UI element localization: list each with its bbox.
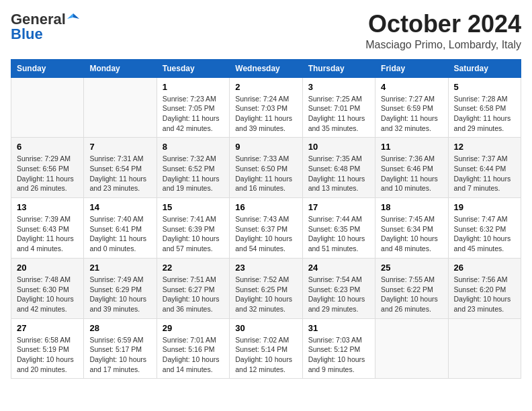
day-number: 24 [308, 263, 369, 273]
day-number: 12 [454, 142, 515, 152]
week-row-3: 13Sunrise: 7:39 AMSunset: 6:43 PMDayligh… [11, 198, 521, 259]
week-row-2: 6Sunrise: 7:29 AMSunset: 6:56 PMDaylight… [11, 138, 521, 198]
day-info: Sunrise: 7:55 AMSunset: 6:22 PMDaylight:… [381, 275, 442, 314]
day-number: 10 [308, 142, 369, 152]
day-info: Sunrise: 7:23 AMSunset: 7:05 PMDaylight:… [163, 94, 224, 134]
day-cell: 1Sunrise: 7:23 AMSunset: 7:05 PMDaylight… [157, 77, 229, 138]
day-number: 29 [163, 323, 224, 333]
day-cell: 4Sunrise: 7:27 AMSunset: 6:59 PMDaylight… [375, 77, 448, 138]
day-number: 25 [381, 263, 442, 273]
day-number: 26 [454, 263, 515, 273]
day-cell: 24Sunrise: 7:54 AMSunset: 6:23 PMDayligh… [302, 258, 375, 318]
header-tuesday: Tuesday [157, 59, 229, 77]
day-number: 13 [17, 202, 78, 212]
day-info: Sunrise: 7:54 AMSunset: 6:23 PMDaylight:… [308, 275, 369, 314]
day-info: Sunrise: 7:24 AMSunset: 7:03 PMDaylight:… [235, 94, 296, 134]
logo-bird-icon [67, 12, 79, 24]
month-title: October 2024 [365, 11, 521, 38]
day-info: Sunrise: 7:02 AMSunset: 5:14 PMDaylight:… [235, 335, 296, 375]
day-number: 22 [163, 263, 224, 273]
day-info: Sunrise: 7:01 AMSunset: 5:16 PMDaylight:… [163, 335, 224, 375]
day-number: 2 [235, 82, 296, 92]
day-info: Sunrise: 7:45 AMSunset: 6:34 PMDaylight:… [381, 214, 442, 254]
title-block: October 2024 Masciago Primo, Lombardy, I… [365, 11, 521, 51]
day-cell: 9Sunrise: 7:33 AMSunset: 6:50 PMDaylight… [230, 138, 302, 198]
day-info: Sunrise: 7:31 AMSunset: 6:54 PMDaylight:… [89, 154, 150, 193]
day-cell: 16Sunrise: 7:43 AMSunset: 6:37 PMDayligh… [230, 198, 302, 259]
week-row-5: 27Sunrise: 6:58 AMSunset: 5:19 PMDayligh… [11, 318, 521, 379]
day-cell: 17Sunrise: 7:44 AMSunset: 6:35 PMDayligh… [302, 198, 375, 259]
day-cell [375, 318, 448, 379]
day-number: 31 [308, 323, 369, 333]
day-number: 1 [163, 82, 224, 92]
day-cell: 13Sunrise: 7:39 AMSunset: 6:43 PMDayligh… [11, 198, 84, 259]
day-number: 30 [235, 323, 296, 333]
day-cell: 26Sunrise: 7:56 AMSunset: 6:20 PMDayligh… [448, 258, 521, 318]
calendar-table: SundayMondayTuesdayWednesdayThursdayFrid… [11, 59, 521, 379]
day-cell [11, 77, 84, 138]
day-number: 17 [308, 202, 369, 212]
svg-marker-0 [73, 13, 79, 19]
day-info: Sunrise: 7:39 AMSunset: 6:43 PMDaylight:… [17, 214, 78, 254]
day-number: 11 [381, 142, 442, 152]
day-info: Sunrise: 7:44 AMSunset: 6:35 PMDaylight:… [308, 214, 369, 254]
day-number: 15 [163, 202, 224, 212]
day-cell: 31Sunrise: 7:03 AMSunset: 5:12 PMDayligh… [302, 318, 375, 379]
day-cell [448, 318, 521, 379]
day-cell: 3Sunrise: 7:25 AMSunset: 7:01 PMDaylight… [302, 77, 375, 138]
day-number: 8 [163, 142, 224, 152]
day-info: Sunrise: 7:52 AMSunset: 6:25 PMDaylight:… [235, 275, 296, 314]
logo-blue: Blue [11, 26, 43, 43]
header-wednesday: Wednesday [230, 59, 302, 77]
location-title: Masciago Primo, Lombardy, Italy [365, 39, 521, 51]
day-cell: 27Sunrise: 6:58 AMSunset: 5:19 PMDayligh… [11, 318, 84, 379]
day-number: 3 [308, 82, 369, 92]
day-info: Sunrise: 7:43 AMSunset: 6:37 PMDaylight:… [235, 214, 296, 254]
day-info: Sunrise: 7:40 AMSunset: 6:41 PMDaylight:… [89, 214, 150, 254]
day-number: 6 [17, 142, 78, 152]
day-cell: 18Sunrise: 7:45 AMSunset: 6:34 PMDayligh… [375, 198, 448, 259]
day-cell: 21Sunrise: 7:49 AMSunset: 6:29 PMDayligh… [84, 258, 157, 318]
day-info: Sunrise: 6:59 AMSunset: 5:17 PMDaylight:… [89, 335, 150, 375]
svg-marker-1 [67, 13, 73, 19]
day-cell: 7Sunrise: 7:31 AMSunset: 6:54 PMDaylight… [84, 138, 157, 198]
header-sunday: Sunday [11, 59, 84, 77]
day-number: 21 [89, 263, 150, 273]
day-number: 16 [235, 202, 296, 212]
day-number: 20 [17, 263, 78, 273]
day-info: Sunrise: 7:28 AMSunset: 6:58 PMDaylight:… [454, 94, 515, 134]
day-cell [84, 77, 157, 138]
day-info: Sunrise: 7:56 AMSunset: 6:20 PMDaylight:… [454, 275, 515, 314]
day-number: 19 [454, 202, 515, 212]
logo: General Blue [11, 11, 79, 43]
day-number: 14 [89, 202, 150, 212]
day-info: Sunrise: 7:33 AMSunset: 6:50 PMDaylight:… [235, 154, 296, 193]
day-cell: 11Sunrise: 7:36 AMSunset: 6:46 PMDayligh… [375, 138, 448, 198]
day-cell: 14Sunrise: 7:40 AMSunset: 6:41 PMDayligh… [84, 198, 157, 259]
day-cell: 8Sunrise: 7:32 AMSunset: 6:52 PMDaylight… [157, 138, 229, 198]
header-saturday: Saturday [448, 59, 521, 77]
calendar-body: 1Sunrise: 7:23 AMSunset: 7:05 PMDaylight… [11, 77, 521, 379]
day-cell: 6Sunrise: 7:29 AMSunset: 6:56 PMDaylight… [11, 138, 84, 198]
day-info: Sunrise: 7:32 AMSunset: 6:52 PMDaylight:… [163, 154, 224, 193]
day-info: Sunrise: 7:51 AMSunset: 6:27 PMDaylight:… [163, 275, 224, 314]
day-cell: 12Sunrise: 7:37 AMSunset: 6:44 PMDayligh… [448, 138, 521, 198]
day-cell: 10Sunrise: 7:35 AMSunset: 6:48 PMDayligh… [302, 138, 375, 198]
day-number: 9 [235, 142, 296, 152]
day-cell: 19Sunrise: 7:47 AMSunset: 6:32 PMDayligh… [448, 198, 521, 259]
day-info: Sunrise: 7:25 AMSunset: 7:01 PMDaylight:… [308, 94, 369, 134]
day-info: Sunrise: 7:49 AMSunset: 6:29 PMDaylight:… [89, 275, 150, 314]
day-info: Sunrise: 7:48 AMSunset: 6:30 PMDaylight:… [17, 275, 78, 314]
day-number: 18 [381, 202, 442, 212]
header-friday: Friday [375, 59, 448, 77]
day-cell: 29Sunrise: 7:01 AMSunset: 5:16 PMDayligh… [157, 318, 229, 379]
day-cell: 20Sunrise: 7:48 AMSunset: 6:30 PMDayligh… [11, 258, 84, 318]
day-cell: 25Sunrise: 7:55 AMSunset: 6:22 PMDayligh… [375, 258, 448, 318]
day-number: 7 [89, 142, 150, 152]
day-info: Sunrise: 6:58 AMSunset: 5:19 PMDaylight:… [17, 335, 78, 375]
day-number: 28 [89, 323, 150, 333]
day-info: Sunrise: 7:37 AMSunset: 6:44 PMDaylight:… [454, 154, 515, 193]
day-cell: 2Sunrise: 7:24 AMSunset: 7:03 PMDaylight… [230, 77, 302, 138]
header-row: SundayMondayTuesdayWednesdayThursdayFrid… [11, 59, 521, 77]
day-info: Sunrise: 7:03 AMSunset: 5:12 PMDaylight:… [308, 335, 369, 375]
